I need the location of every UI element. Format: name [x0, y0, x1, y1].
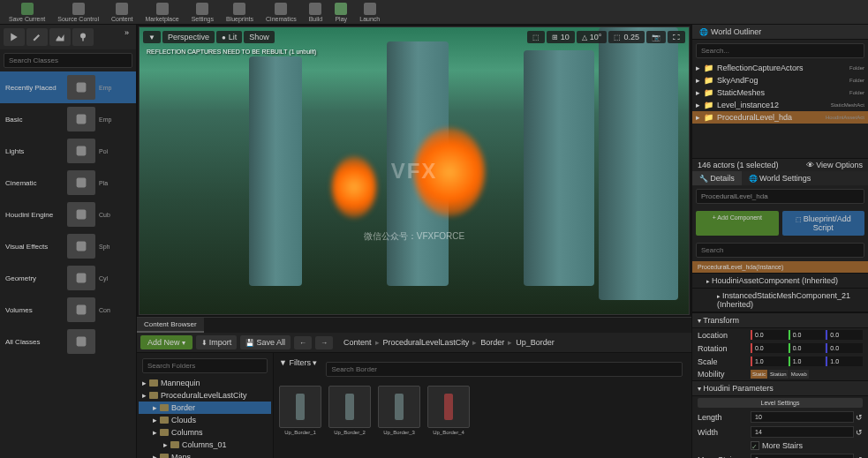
outliner-reflectioncaptureactors[interactable]: ▸📁ReflectionCaptureActorsFolder	[692, 62, 868, 74]
foliage-mode-button[interactable]	[72, 28, 94, 46]
category-cinematic[interactable]: CinematicPla	[0, 167, 136, 199]
crumb-border[interactable]: Border	[480, 338, 504, 347]
landscape-mode-button[interactable]	[49, 28, 71, 46]
perspective-button[interactable]: Perspective	[162, 31, 215, 43]
mobility-static-button[interactable]: Static	[751, 370, 767, 379]
category-basic[interactable]: BasicEmp	[0, 103, 136, 135]
param-input[interactable]	[751, 411, 854, 423]
world-outliner-tab[interactable]: 🌐 World Outliner	[692, 25, 868, 40]
snap-angle-button[interactable]: △ 10°	[577, 31, 608, 43]
save-all-button[interactable]: 💾 Save All	[240, 335, 291, 349]
launch-button[interactable]: Launch	[354, 1, 385, 24]
build-button[interactable]: Build	[304, 1, 328, 24]
category-volumes[interactable]: VolumesCon	[0, 294, 136, 326]
nav-fwd-button[interactable]: →	[315, 336, 333, 349]
component-ism[interactable]: ▸ InstancedStaticMeshComponent_21 (Inher…	[692, 289, 868, 312]
maximize-button[interactable]: ⛶	[668, 31, 685, 43]
component-houdini[interactable]: ▸ HoudiniAssetComponent (Inherited)	[692, 274, 868, 289]
reset-icon[interactable]: ↺	[856, 413, 863, 422]
category-all-classes[interactable]: All Classes	[0, 326, 136, 357]
loc-x-input[interactable]: 0.0	[751, 330, 788, 340]
outliner-level_instance12[interactable]: ▸📁Level_instance12StaticMeshAct	[692, 99, 868, 111]
tree-mannequin[interactable]: ▸Mannequin	[139, 377, 271, 389]
reset-icon[interactable]: ↺	[856, 455, 863, 459]
tree-procedurallevellastcity[interactable]: ▸ProceduralLevelLastCity	[139, 389, 271, 402]
nav-back-button[interactable]: ←	[294, 336, 312, 349]
asset-up_border_2[interactable]: Up_Border_2	[328, 386, 371, 435]
details-search-input[interactable]	[696, 243, 864, 258]
add-new-button[interactable]: Add New ▾	[140, 335, 192, 349]
category-visual-effects[interactable]: Visual EffectsSph	[0, 230, 136, 262]
scl-z-input[interactable]: 1.0	[826, 357, 863, 366]
world-settings-tab[interactable]: 🌐 World Settings	[742, 171, 819, 185]
search-classes-input[interactable]	[4, 53, 132, 68]
camera-speed-button[interactable]: 📷	[646, 31, 666, 43]
mobility-stationary-button[interactable]: Station	[768, 370, 789, 379]
rot-y-input[interactable]: 0.0	[789, 343, 826, 353]
outliner-search-input[interactable]	[696, 43, 864, 58]
snap-grid-button[interactable]: ⊞ 10	[547, 31, 575, 43]
place-mode-button[interactable]	[4, 28, 25, 46]
transform-mode-button[interactable]: ⬚	[527, 31, 545, 43]
param-input[interactable]	[751, 426, 854, 438]
outliner-staticmeshes[interactable]: ▸📁StaticMeshesFolder	[692, 86, 868, 99]
category-houdini-engine[interactable]: Houdini EngineCub	[0, 199, 136, 230]
tree-maps[interactable]: ▸Maps	[139, 451, 271, 458]
category-recently-placed[interactable]: Recently PlacedEmp	[0, 71, 136, 103]
details-name-input[interactable]	[696, 189, 864, 204]
settings-button[interactable]: Settings	[186, 1, 219, 24]
crumb-procedurallevellastcity[interactable]: ProceduralLevelLastCity	[383, 338, 470, 347]
tree-columns[interactable]: ▸Columns	[139, 426, 271, 439]
import-button[interactable]: ⬇ Import	[196, 335, 238, 349]
houdini-params-header[interactable]: ▾ Houdini Parameters	[692, 380, 868, 396]
tree-columns_01[interactable]: ▸Columns_01	[139, 439, 271, 451]
component-root[interactable]: ProceduralLevel_hda(Instance)	[692, 261, 868, 274]
category-geometry[interactable]: GeometryCyl	[0, 262, 136, 294]
outliner-view-options[interactable]: 👁 View Options	[806, 161, 863, 169]
tree-border[interactable]: ▸Border	[139, 402, 271, 414]
content-button[interactable]: Content	[106, 1, 139, 24]
filters-button[interactable]: ▼ Filters ▾	[279, 358, 317, 380]
modes-expand-icon[interactable]: »	[95, 28, 132, 46]
viewport[interactable]: ▼ Perspective ● Lit Show ⬚ ⊞ 10 △ 10° ⬚ …	[139, 26, 690, 315]
content-browser-tab[interactable]: Content Browser	[137, 318, 204, 333]
search-assets-input[interactable]	[326, 362, 683, 377]
loc-z-input[interactable]: 0.0	[826, 330, 863, 340]
add-component-button[interactable]: + Add Component	[696, 211, 779, 236]
asset-up_border_1[interactable]: Up_Border_1	[279, 386, 321, 435]
lit-button[interactable]: ● Lit	[216, 31, 242, 43]
blueprint-button[interactable]: ⬚ Blueprint/Add Script	[782, 211, 865, 236]
level-settings-button[interactable]: Level Settings	[698, 398, 863, 408]
crumb-content[interactable]: Content	[343, 338, 372, 347]
category-lights[interactable]: LightsPoi	[0, 135, 136, 167]
tree-clouds[interactable]: ▸Clouds	[139, 414, 271, 426]
rot-z-input[interactable]: 0.0	[826, 343, 863, 353]
marketplace-button[interactable]: Marketplace	[140, 1, 184, 24]
details-tab[interactable]: 🔧 Details	[692, 171, 742, 185]
blueprints-button[interactable]: Blueprints	[221, 1, 259, 24]
search-sources-input[interactable]	[142, 358, 268, 373]
source-control-button[interactable]: Source Control	[52, 1, 104, 24]
paint-mode-button[interactable]	[26, 28, 48, 46]
rot-x-input[interactable]: 0.0	[751, 343, 788, 353]
param-input[interactable]	[751, 454, 854, 458]
save-button[interactable]: Save Current	[4, 1, 50, 24]
play-button[interactable]: Play	[329, 1, 352, 24]
loc-y-input[interactable]: 0.0	[789, 330, 826, 340]
asset-up_border_3[interactable]: Up_Border_3	[378, 386, 420, 435]
cinematics-button[interactable]: Cinematics	[260, 1, 302, 24]
crumb-up_border[interactable]: Up_Border	[516, 338, 555, 347]
outliner-skyandfog[interactable]: ▸📁SkyAndFogFolder	[692, 74, 868, 86]
outliner-procedurallevel_hda[interactable]: ▸📁ProceduralLevel_hdaHoudiniAssetAct	[692, 111, 868, 124]
scl-y-input[interactable]: 1.0	[789, 357, 826, 366]
mobility-movable-button[interactable]: Movab	[789, 370, 809, 379]
show-button[interactable]: Show	[244, 31, 275, 43]
param-length: Length↺	[692, 409, 868, 424]
transform-header[interactable]: ▾ Transform	[692, 312, 868, 328]
checkbox[interactable]	[751, 441, 759, 450]
reset-icon[interactable]: ↺	[856, 428, 863, 437]
viewport-menu-button[interactable]: ▼	[143, 31, 161, 43]
scl-x-input[interactable]: 1.0	[751, 357, 788, 366]
snap-scale-button[interactable]: ⬚ 0.25	[608, 31, 645, 43]
asset-up_border_4[interactable]: Up_Border_4	[427, 386, 470, 435]
